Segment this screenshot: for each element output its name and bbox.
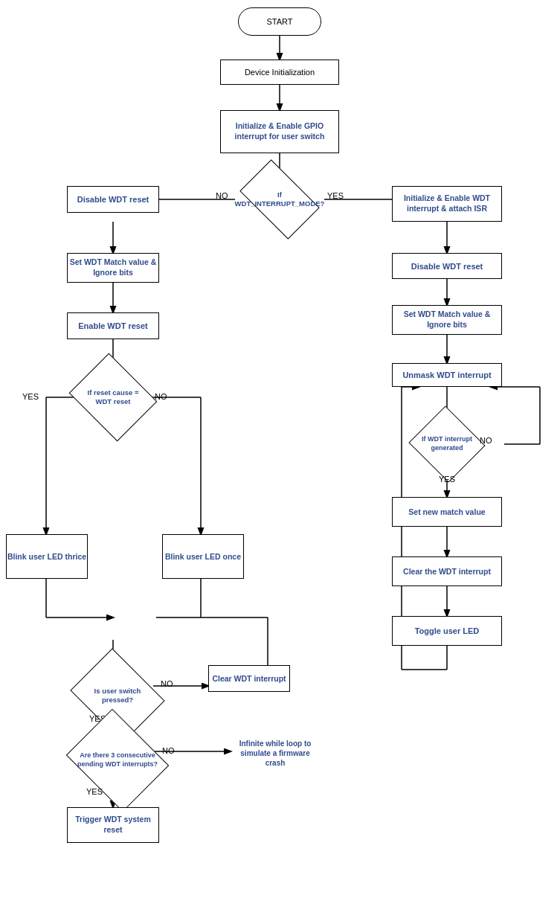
init-gpio-node: Initialize & Enable GPIO interrupt for u… [220,110,339,153]
set-wdt-match-left-label: Set WDT Match value & Ignore bits [68,257,158,277]
set-new-match-node: Set new match value [392,497,502,527]
clear-wdt-int2-node: Clear the WDT interrupt [392,556,502,586]
user-switch-label: Is user switch pressed? [80,687,155,705]
blink-thrice-label: Blink user LED thrice [7,552,86,561]
set-wdt-match-left-node: Set WDT Match value & Ignore bits [67,253,159,283]
start-label: START [266,17,292,26]
blink-once-label: Blink user LED once [165,552,241,561]
init-wdt-right-node: Initialize & Enable WDT interrupt & atta… [392,186,502,222]
wdt-mode-label: If WDT_INTERRUPT_MODE? [235,190,325,209]
wdt-int-diamond-container: If WDT interrupt generated [419,418,475,470]
reset-no-label: NO [155,392,167,401]
toggle-led-label: Toggle user LED [415,626,480,635]
wdt-int-label: If WDT interrupt generated [419,435,475,452]
set-new-match-label: Set new match value [408,507,485,516]
init-gpio-label: Initialize & Enable GPIO interrupt for u… [221,121,338,141]
device-init-label: Device Initialization [245,68,315,77]
consecutive-diamond-container: Are there 3 consecutive pending WDT inte… [77,728,158,793]
diamond-yes-label: YES [327,191,344,200]
unmask-wdt-label: Unmask WDT interrupt [402,370,491,379]
consecutive-label: Are there 3 consecutive pending WDT inte… [77,751,158,769]
diamond-no-label: NO [216,191,228,200]
infinite-loop-label: Infinite while loop to simulate a firmwa… [231,739,320,768]
device-init-node: Device Initialization [220,60,339,85]
infinite-loop-node: Infinite while loop to simulate a firmwa… [231,733,320,773]
wdt-int-no-label: NO [480,436,492,445]
disable-wdt-right-node: Disable WDT reset [392,253,502,279]
reset-yes-label: YES [22,392,39,401]
blink-thrice-node: Blink user LED thrice [6,534,88,579]
wdt-mode-diamond-container: If WDT_INTERRUPT_MODE? [245,177,314,222]
trigger-reset-label: Trigger WDT system reset [68,815,158,835]
clear-wdt-int-node: Clear WDT interrupt [208,665,290,692]
toggle-led-node: Toggle user LED [392,616,502,646]
wdt-int-yes-label: YES [439,475,455,484]
switch-no-label: NO [161,679,173,688]
consec-yes-label: YES [86,787,103,796]
set-wdt-match-right-node: Set WDT Match value & Ignore bits [392,305,502,335]
trigger-reset-node: Trigger WDT system reset [67,807,159,843]
reset-cause-label: If reset cause = WDT reset [79,388,147,407]
disable-wdt-right-label: Disable WDT reset [411,262,483,271]
unmask-wdt-node: Unmask WDT interrupt [392,363,502,387]
flowchart: START Device Initialization Initialize &… [0,0,560,924]
reset-cause-diamond-container: If reset cause = WDT reset [79,369,147,426]
clear-wdt-int2-label: Clear the WDT interrupt [403,567,491,576]
disable-wdt-left-node: Disable WDT reset [67,186,159,213]
start-node: START [238,7,321,36]
enable-wdt-reset-label: Enable WDT reset [78,321,148,330]
consec-no-label: NO [162,746,175,755]
init-wdt-right-label: Initialize & Enable WDT interrupt & atta… [393,193,501,214]
clear-wdt-int-label: Clear WDT interrupt [212,674,286,683]
blink-once-node: Blink user LED once [162,534,244,579]
set-wdt-match-right-label: Set WDT Match value & Ignore bits [393,309,501,330]
enable-wdt-reset-node: Enable WDT reset [67,312,159,339]
disable-wdt-left-label: Disable WDT reset [77,195,149,204]
